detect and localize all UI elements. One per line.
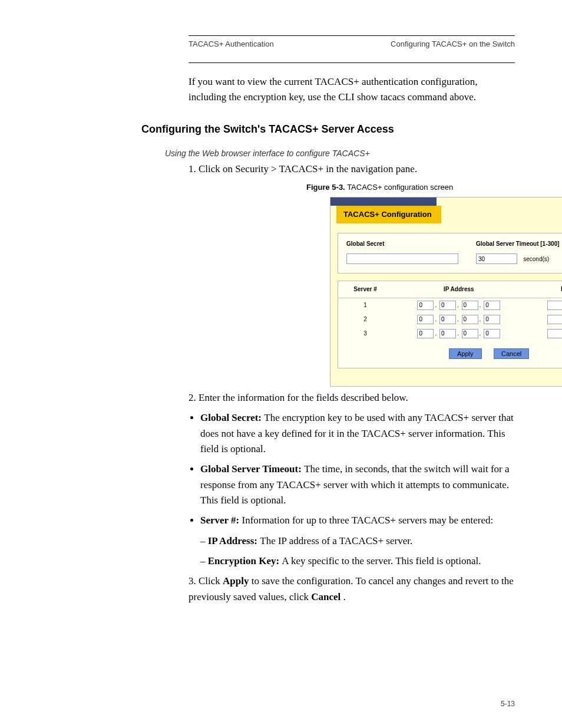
sublist-item: IP Address: The IP address of a TACACS+ …: [200, 533, 515, 549]
figure-caption-text: TACACS+ configuration screen: [347, 183, 453, 192]
intro-paragraph: If you want to view the current TACACS+ …: [189, 74, 515, 106]
col-ip: IP Address: [392, 281, 525, 298]
list-item: Global Server Timeout: The time, in seco…: [200, 462, 515, 508]
table-row: 1 . . .: [338, 298, 562, 312]
ip-octet-input[interactable]: [439, 315, 456, 324]
table-row: 2 . . .: [338, 312, 562, 327]
step3-part: 3. Click: [189, 575, 223, 587]
seconds-label: second(s): [523, 256, 549, 262]
subnote-lead: Encryption Key:: [208, 555, 282, 566]
note-lead: Global Server Timeout:: [200, 463, 304, 475]
apply-button[interactable]: Apply: [449, 348, 482, 359]
server-num: 3: [338, 327, 392, 341]
ip-octet-input[interactable]: [484, 315, 500, 324]
panel-titlebar-accent: [330, 197, 437, 206]
running-head-right: Configuring TACACS+ on the Switch: [391, 39, 515, 48]
global-secret-input[interactable]: [346, 253, 458, 264]
subnote-body: A key specific to the server. This field…: [282, 555, 481, 566]
cancel-button[interactable]: Cancel: [494, 348, 529, 359]
col-server: Server #: [338, 281, 392, 298]
ip-octet-input[interactable]: [417, 315, 434, 324]
ip-octet-input[interactable]: [462, 315, 478, 324]
cancel-label-ref: Cancel: [311, 591, 340, 602]
ip-octet-input[interactable]: [417, 329, 434, 338]
ip-octet-input[interactable]: [439, 301, 456, 310]
step-2: 2. Enter the information for the fields …: [189, 390, 515, 406]
col-key: Encryption Key: [525, 281, 562, 298]
header-rule: [189, 62, 515, 71]
server-table: Server # IP Address Encryption Key 1 .: [338, 281, 562, 341]
section-title: Configuring the Switch's TACACS+ Server …: [141, 123, 515, 136]
note-lead: Global Secret:: [200, 412, 264, 423]
subnote-body: The IP address of a TACACS+ server.: [260, 535, 412, 546]
ip-octet-input[interactable]: [439, 329, 456, 338]
encryption-key-input[interactable]: [547, 315, 562, 324]
subnote-lead: IP Address:: [208, 535, 260, 546]
page-number: 5-13: [501, 700, 515, 708]
step-1: 1. Click on Security > TACACS+ in the na…: [189, 162, 515, 177]
apply-label-ref: Apply: [223, 575, 249, 587]
list-item: Server #: Information for up to three TA…: [200, 513, 515, 569]
field-notes: Global Secret: The encryption key to be …: [189, 410, 515, 569]
tacacs-config-panel: TACACS+ Configuration Global Secret Glob…: [330, 197, 562, 387]
list-item: Global Secret: The encryption key to be …: [200, 410, 515, 457]
server-num: 1: [338, 298, 392, 312]
ip-octet-input[interactable]: [417, 301, 434, 310]
server-num: 2: [338, 312, 392, 327]
global-secret-label: Global Secret: [346, 239, 458, 249]
running-head-left: TACACS+ Authentication: [189, 39, 274, 48]
encryption-key-input[interactable]: [547, 301, 562, 310]
subsection-title: Using the Web browser interface to confi…: [165, 149, 515, 158]
ip-octet-input[interactable]: [462, 329, 478, 338]
ip-octet-input[interactable]: [484, 301, 500, 310]
note-body: Information for up to three TACACS+ serv…: [242, 515, 494, 526]
figure-number: Figure 5-3.: [306, 183, 345, 192]
step-3: 3. Click Apply to save the configuration…: [189, 574, 515, 605]
step3-part: .: [343, 591, 346, 602]
table-row: 3 . . .: [338, 327, 562, 341]
encryption-key-input[interactable]: [547, 329, 562, 338]
note-lead: Server #:: [200, 515, 242, 526]
server-table-box: Server # IP Address Encryption Key 1 .: [338, 281, 562, 368]
ip-octet-input[interactable]: [462, 301, 478, 310]
global-settings-box: Global Secret Global Server Timeout [1-3…: [338, 233, 562, 274]
global-timeout-label: Global Server Timeout [1-300]: [476, 239, 560, 249]
panel-title: TACACS+ Configuration: [336, 206, 441, 223]
global-timeout-input[interactable]: [476, 253, 517, 264]
sublist-item: Encryption Key: A key specific to the se…: [200, 554, 515, 569]
ip-octet-input[interactable]: [484, 329, 500, 338]
